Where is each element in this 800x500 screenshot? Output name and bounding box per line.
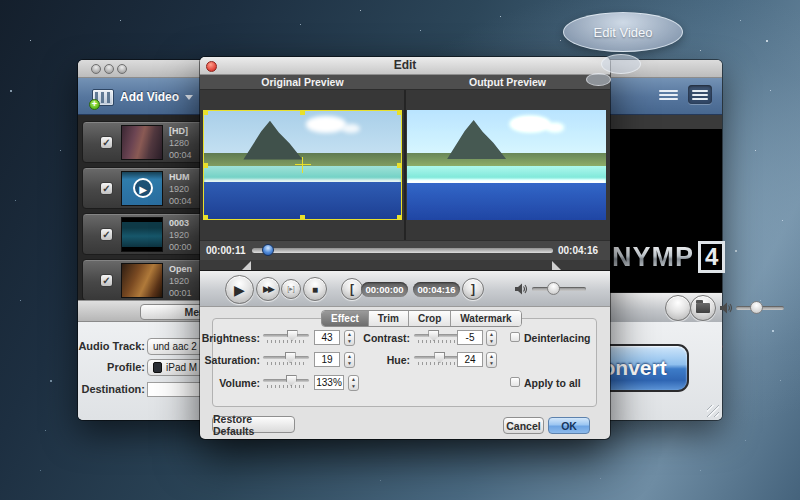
contrast-stepper[interactable]: ▲▼ [486, 330, 497, 346]
crop-handle[interactable] [397, 110, 402, 115]
item-checkbox[interactable]: ✓ [100, 274, 113, 287]
folder-icon [696, 303, 710, 313]
close-button[interactable] [91, 64, 101, 74]
video-thumbnail [121, 217, 163, 252]
stop-button[interactable] [665, 295, 691, 321]
tab-watermark[interactable]: Watermark [451, 311, 520, 326]
crop-handle[interactable] [203, 110, 208, 115]
contrast-slider[interactable] [414, 330, 460, 343]
ok-button[interactable]: OK [548, 417, 590, 434]
tooltip-trail-bubble [601, 54, 641, 74]
contrast-input[interactable] [457, 330, 483, 345]
output-preview-image [407, 110, 606, 220]
video-thumbnail [121, 263, 163, 298]
snapshot-folder-button[interactable] [690, 295, 716, 321]
item-checkbox[interactable]: ✓ [100, 136, 113, 149]
restore-defaults-button[interactable]: Restore Defaults [212, 416, 295, 433]
trim-end-time: 00:04:16 [413, 282, 460, 297]
tab-crop[interactable]: Crop [409, 311, 451, 326]
timeline-bar: 00:00:11 00:04:16 [200, 240, 610, 260]
crop-handle[interactable] [300, 110, 305, 115]
trim-end-marker[interactable] [552, 261, 561, 270]
open-bracket-icon: [ [350, 282, 354, 296]
original-preview-image[interactable] [203, 110, 402, 220]
close-button[interactable] [206, 61, 217, 72]
hue-slider[interactable] [414, 352, 460, 365]
speaker-icon [719, 301, 733, 315]
trim-start-marker[interactable] [242, 261, 251, 270]
trim-marker-strip [200, 260, 610, 271]
add-video-label: Add Video [120, 90, 179, 104]
stop-button[interactable]: ■ [303, 277, 327, 301]
volume-effect-slider[interactable] [263, 375, 309, 388]
volume-thumb[interactable] [547, 282, 560, 295]
crop-handle[interactable] [203, 163, 208, 168]
play-overlay-icon[interactable]: ▶ [133, 178, 153, 198]
edit-dialog: Edit Original Preview Output Preview [200, 57, 610, 439]
audio-track-label: Audio Track: [70, 340, 145, 352]
total-time-label: 00:04:16 [558, 245, 598, 256]
preview-area [200, 90, 610, 240]
crop-handle[interactable] [397, 215, 402, 220]
volume-slider[interactable] [736, 306, 784, 310]
hue-input[interactable] [457, 352, 483, 367]
deinterlacing-checkbox[interactable] [510, 332, 520, 342]
device-icon [153, 362, 162, 373]
item-checkbox[interactable]: ✓ [100, 182, 113, 195]
fast-forward-button[interactable]: ▶▶ [256, 277, 280, 301]
timeline-slider[interactable] [252, 248, 553, 253]
cancel-button[interactable]: Cancel [503, 417, 544, 434]
detail-view-toggle[interactable] [688, 85, 712, 104]
profile-label: Profile: [70, 361, 145, 373]
next-frame-button[interactable]: [▸] [281, 279, 301, 299]
volume-thumb[interactable] [750, 301, 763, 314]
add-video-button[interactable]: + Add Video [92, 84, 193, 110]
speaker-icon [514, 282, 528, 296]
volume-slider[interactable] [532, 287, 586, 291]
saturation-label: Saturation: [200, 354, 260, 366]
edit-options: Effect Trim Crop Watermark Brightness: ▲… [200, 307, 610, 439]
resize-grip[interactable] [707, 405, 719, 417]
zoom-button[interactable] [117, 64, 127, 74]
saturation-slider[interactable] [263, 352, 309, 365]
destination-label: Destination: [70, 383, 145, 395]
timeline-thumb[interactable] [262, 244, 274, 256]
crop-handle[interactable] [203, 215, 208, 220]
close-bracket-icon: ] [471, 282, 475, 296]
volume-input[interactable] [314, 375, 344, 390]
crop-handle[interactable] [300, 215, 305, 220]
trim-end-button[interactable]: ] [462, 278, 484, 300]
preview-headers: Original Preview Output Preview [200, 75, 610, 90]
item-checkbox[interactable]: ✓ [100, 228, 113, 241]
detail-view-icon [692, 90, 708, 92]
plus-icon: + [89, 99, 100, 110]
anymp4-logo: NYMP 4 [612, 241, 725, 273]
hue-stepper[interactable]: ▲▼ [486, 352, 497, 368]
tab-trim[interactable]: Trim [369, 311, 409, 326]
play-button[interactable]: ▶ [225, 275, 254, 304]
playback-controls: ▶ ▶▶ [▸] ■ [ 00:00:00 00:04:16 ] [200, 271, 610, 307]
edit-titlebar[interactable]: Edit [200, 57, 610, 75]
crop-handle[interactable] [397, 163, 402, 168]
film-strip-icon: + [92, 89, 114, 106]
contrast-label: Contrast: [335, 332, 410, 344]
volume-label: Volume: [200, 377, 260, 389]
brightness-label: Brightness: [200, 332, 260, 344]
original-preview-label: Original Preview [200, 75, 405, 89]
trim-start-button[interactable]: [ [341, 278, 363, 300]
trim-start-time: 00:00:00 [361, 282, 408, 297]
deinterlacing-label: Deinterlacing [524, 332, 591, 344]
edit-tabs: Effect Trim Crop Watermark [321, 310, 522, 327]
video-thumbnail: ▶ [121, 171, 163, 206]
volume-stepper[interactable]: ▲▼ [348, 375, 359, 391]
tooltip-trail-bubble [586, 73, 611, 86]
brightness-slider[interactable] [263, 330, 309, 343]
list-view-toggle[interactable] [656, 85, 680, 104]
tab-effect[interactable]: Effect [322, 311, 369, 326]
edit-video-tooltip: Edit Video [563, 12, 683, 52]
video-thumbnail [121, 125, 163, 160]
minimize-button[interactable] [104, 64, 114, 74]
stars [0, 0, 2, 2]
apply-to-all-checkbox[interactable] [510, 377, 520, 387]
crop-center-crosshair-icon [295, 157, 311, 173]
